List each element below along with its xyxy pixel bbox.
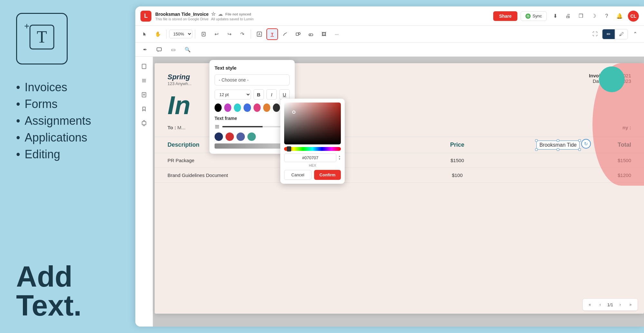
feature-applications: Applications [16,131,119,144]
shapes-tool[interactable] [292,28,304,40]
row1-price: $1500 [399,158,515,163]
feature-invoices: Invoices [16,81,119,94]
textbox-handle-tr[interactable] [578,139,581,142]
search-tool[interactable]: 🔍 [182,44,193,55]
file-info: Brooksman Tide_Invoice ☆ ☁ File not sync… [155,11,254,21]
expand-btn[interactable]: ⛶ [590,29,600,39]
avatar[interactable]: CL [628,11,639,22]
row2-price: $100 [399,172,515,178]
cloud-icon: ☁ [218,12,223,17]
draw-tool[interactable] [279,28,291,40]
color-picker-handle[interactable] [292,111,295,114]
textbox-handle-tl[interactable] [535,139,538,142]
color-black[interactable] [215,103,222,112]
text-bg-tool[interactable]: A [254,28,265,40]
svg-rect-18 [142,93,146,97]
color-blue[interactable] [244,103,251,112]
color-indigo[interactable] [236,132,245,141]
font-size-select[interactable]: 12 pt 10 pt 14 pt 18 pt [215,90,251,100]
color-orange[interactable] [263,103,270,112]
star-icon[interactable]: ☆ [211,11,216,17]
style-dropdown[interactable]: - Choose one - [215,74,290,85]
image-tool[interactable]: 🖼 [318,28,330,40]
color-dark[interactable] [273,103,280,112]
color-teal[interactable] [247,132,256,141]
redo2-tool[interactable]: ↷ [236,28,248,40]
textbox-handle-bm[interactable] [557,148,559,151]
color-purple[interactable] [224,103,231,112]
color-gradient-area[interactable] [284,103,341,144]
hex-input-row: ▲ ▼ [284,153,341,162]
print-button[interactable]: 🖨 [563,11,573,21]
first-page-button[interactable]: « [585,300,594,309]
pagination: « ‹ 1/1 › » [583,299,638,310]
eraser-tool[interactable] [305,28,317,40]
col-price-header: Price [399,142,515,148]
bell-button[interactable]: 🔔 [614,11,625,21]
gradient-bar[interactable] [215,143,290,149]
hand-tool[interactable]: ✋ [152,28,164,40]
rotate-handle[interactable]: ↻ [581,139,591,149]
feature-editing: Editing [16,148,119,161]
hue-handle[interactable] [287,146,291,152]
logo-plus-icon: + [24,21,29,31]
confirm-button[interactable]: Confirm [314,170,341,180]
bookmark-tool[interactable] [138,103,150,115]
hex-arrows: ▲ ▼ [338,155,341,161]
dark-mode-button[interactable]: ☽ [589,11,599,21]
help-button[interactable]: ? [601,11,612,21]
notes-tool[interactable] [138,88,150,101]
zoom-select[interactable]: 150% 100% 75% 50% [169,30,192,38]
hue-slider[interactable] [284,147,341,151]
next-page-button[interactable]: › [616,300,625,309]
sync-button[interactable]: Sync [521,11,547,21]
feature-list: Invoices Forms Assignments Applications … [16,81,119,164]
pen-tool[interactable]: ✒ [139,44,151,55]
cancel-button[interactable]: Cancel [284,170,312,180]
text-tool[interactable]: T [266,28,278,40]
list-tool[interactable] [138,74,150,87]
hex-up-arrow[interactable]: ▲ [338,155,341,158]
shape2-tool[interactable]: ▭ [168,44,179,55]
textbox-handle-bl[interactable] [535,148,538,151]
share-button[interactable]: Share [493,11,517,21]
company-textbox[interactable]: Brooksman Tide [536,141,580,150]
feature-forms: Forms [16,97,119,111]
svg-text:T: T [37,28,47,46]
pen-edit-btn[interactable]: ✏ [602,29,615,39]
hex-down-arrow[interactable]: ▼ [338,158,341,161]
color-red2[interactable] [226,132,234,141]
layers-tool[interactable] [138,117,150,130]
frame-slider-row [215,124,290,129]
cursor-tool[interactable] [139,28,151,40]
textbox-handle-br[interactable] [578,148,581,151]
undo-tool[interactable]: ↩ [211,28,222,40]
feature-assignments: Assignments [16,114,119,128]
textbox-handle-tm[interactable] [557,139,559,142]
top-bar-right: Share Sync ⬇ 🖨 ❐ ☽ ? 🔔 CL [493,11,639,22]
color-cyan[interactable] [234,103,241,112]
bold-button[interactable]: B [254,89,264,100]
color-pink[interactable] [254,103,261,112]
color-navy[interactable] [215,132,223,141]
more-tool[interactable]: ··· [331,28,342,40]
table-row: PR Package $1500 $1500 [155,153,644,168]
new-page-tool[interactable] [198,28,209,40]
download-button[interactable]: ⬇ [550,11,560,21]
highlight-edit-btn[interactable]: 🖊 [615,29,628,39]
redo-tool[interactable]: ↪ [224,28,235,40]
collapse-btn[interactable]: ⌃ [630,29,640,39]
pages-tool[interactable] [138,60,150,73]
last-page-button[interactable]: » [626,300,635,309]
align-icon [215,124,220,129]
hex-input[interactable] [284,153,336,162]
toolbar-divider-3 [251,30,251,39]
company-value: Brooksman Tide [539,142,577,148]
copy-button[interactable]: ❐ [576,11,586,21]
comment-tool[interactable] [153,44,165,55]
underline-button[interactable]: U [279,89,290,100]
prev-page-button[interactable]: ‹ [596,300,605,309]
top-bar-icons: ⬇ 🖨 ❐ ☽ ? 🔔 [550,11,625,21]
italic-button[interactable]: I [266,89,277,100]
frame-slider[interactable] [222,126,290,127]
